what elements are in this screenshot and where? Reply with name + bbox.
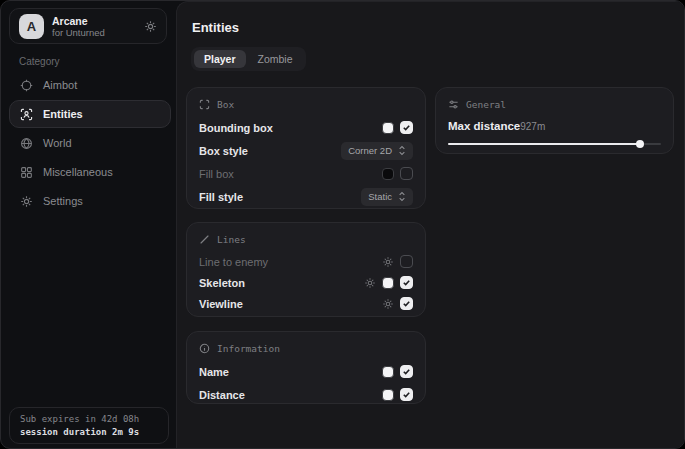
sidebar-nav: Aimbot Entities — [9, 71, 171, 216]
general-section-header: General — [448, 96, 661, 112]
distance-color-swatch[interactable] — [382, 389, 394, 401]
app-title-block: Arcane for Unturned — [52, 15, 105, 38]
fill-box-label: Fill box — [199, 168, 234, 180]
skeleton-label: Skeleton — [199, 277, 245, 289]
name-checkbox[interactable] — [400, 365, 413, 378]
box-style-value: Corner 2D — [348, 145, 392, 156]
grid-icon — [20, 166, 33, 179]
sidebar-item-label: Miscellaneous — [43, 166, 113, 178]
max-distance-row: Max distance 927m — [448, 116, 661, 136]
fill-style-dropdown[interactable]: Static — [361, 188, 413, 206]
fill-style-row: Fill style Static — [199, 185, 413, 208]
session-duration-text: session duration 2m 9s — [20, 426, 158, 439]
viewline-row: Viewline — [199, 293, 413, 314]
main-panel: Entities Player Zombie Box Bounding box — [176, 1, 684, 448]
tab-player[interactable]: Player — [194, 50, 246, 68]
fill-box-color-swatch[interactable] — [382, 168, 394, 180]
sub-expiry-text: Sub expires in 42d 08h — [20, 413, 158, 426]
app-logo: A — [19, 14, 44, 39]
sidebar: A Arcane for Unturned Category — [1, 1, 176, 448]
slider-thumb[interactable] — [636, 140, 644, 148]
tab-zombie[interactable]: Zombie — [248, 50, 303, 68]
viewline-settings-gear-icon[interactable] — [382, 298, 394, 310]
skeleton-checkbox[interactable] — [400, 276, 413, 289]
general-section: General Max distance 927m — [435, 87, 674, 154]
bounding-box-checkbox[interactable] — [400, 121, 413, 134]
box-section: Box Bounding box Box style Corner 2D — [186, 87, 426, 209]
max-distance-slider[interactable] — [448, 138, 661, 150]
slider-fill — [448, 143, 640, 145]
person-scan-icon — [20, 108, 33, 121]
bounding-box-row: Bounding box — [199, 116, 413, 139]
information-section-header: Information — [199, 340, 413, 356]
sidebar-item-entities[interactable]: Entities — [9, 100, 171, 128]
name-color-swatch[interactable] — [382, 366, 394, 378]
chevron-up-down-icon — [398, 145, 406, 156]
sidebar-item-aimbot[interactable]: Aimbot — [9, 71, 171, 99]
app-subtitle: for Unturned — [52, 27, 105, 38]
information-section: Information Name Distance — [186, 331, 426, 404]
fill-style-value: Static — [368, 191, 392, 202]
sidebar-item-label: Entities — [43, 108, 83, 120]
sidebar-item-label: Aimbot — [43, 79, 77, 91]
max-distance-label: Max distance — [448, 120, 520, 132]
line-to-enemy-row: Line to enemy — [199, 251, 413, 272]
sidebar-item-world[interactable]: World — [9, 129, 171, 157]
sliders-icon — [448, 99, 459, 110]
box-style-label: Box style — [199, 145, 248, 157]
tab-bar: Player Zombie — [191, 47, 306, 71]
name-row: Name — [199, 360, 413, 383]
info-icon — [199, 343, 210, 354]
line-to-enemy-settings-gear-icon[interactable] — [382, 256, 394, 268]
crosshair-icon — [20, 79, 33, 92]
sidebar-item-label: Settings — [43, 195, 83, 207]
category-label: Category — [19, 56, 60, 67]
skeleton-color-swatch[interactable] — [382, 277, 394, 289]
distance-checkbox[interactable] — [400, 388, 413, 401]
distance-label: Distance — [199, 389, 245, 401]
fill-box-checkbox[interactable] — [400, 167, 413, 180]
distance-row: Distance — [199, 383, 413, 406]
box-section-title: Box — [217, 99, 234, 110]
globe-icon — [20, 137, 33, 150]
bounding-box-color-swatch[interactable] — [382, 122, 394, 134]
page-title: Entities — [192, 20, 239, 35]
max-distance-value: 927m — [520, 121, 545, 132]
fill-box-row: Fill box — [199, 162, 413, 185]
lines-section-title: Lines — [217, 234, 246, 245]
box-style-dropdown[interactable]: Corner 2D — [341, 142, 413, 160]
sidebar-item-label: World — [43, 137, 72, 149]
skeleton-settings-gear-icon[interactable] — [364, 277, 376, 289]
box-frame-icon — [199, 99, 210, 110]
bounding-box-label: Bounding box — [199, 122, 273, 134]
box-style-row: Box style Corner 2D — [199, 139, 413, 162]
box-section-header: Box — [199, 96, 413, 112]
name-label: Name — [199, 366, 229, 378]
line-to-enemy-label: Line to enemy — [199, 256, 268, 268]
sidebar-item-settings[interactable]: Settings — [9, 187, 171, 215]
line-to-enemy-checkbox[interactable] — [400, 255, 413, 268]
lines-section: Lines Line to enemy Skeleton — [186, 222, 426, 317]
app-header-card: A Arcane for Unturned — [9, 8, 167, 44]
app-window: A Arcane for Unturned Category — [0, 0, 685, 449]
chevron-up-down-icon — [398, 191, 406, 202]
subscription-status-card: Sub expires in 42d 08h session duration … — [9, 407, 169, 444]
diagonal-line-icon — [199, 234, 210, 245]
fill-style-label: Fill style — [199, 191, 243, 203]
sidebar-item-miscellaneous[interactable]: Miscellaneous — [9, 158, 171, 186]
information-section-title: Information — [217, 343, 280, 354]
lines-section-header: Lines — [199, 231, 413, 247]
skeleton-row: Skeleton — [199, 272, 413, 293]
app-name: Arcane — [52, 15, 105, 27]
viewline-label: Viewline — [199, 298, 243, 310]
gear-icon — [20, 195, 33, 208]
gear-icon[interactable] — [144, 20, 157, 33]
viewline-checkbox[interactable] — [400, 297, 413, 310]
general-section-title: General — [466, 99, 506, 110]
